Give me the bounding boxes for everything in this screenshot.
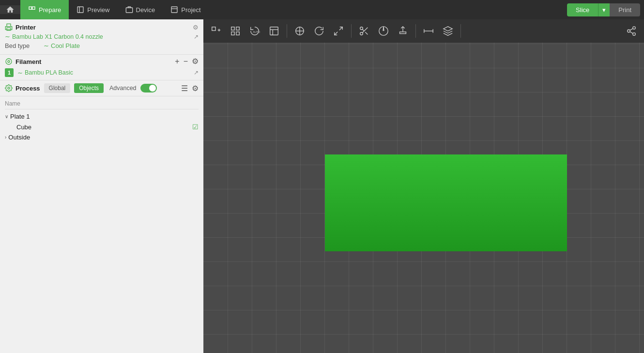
printer-section: Printer ⚙ ∼ Bambu Lab X1 Carbon 0.4 nozz… <box>0 19 203 55</box>
toolbar-separator-1 <box>287 24 287 38</box>
cut-button[interactable] <box>355 22 373 40</box>
process-header: Process Global Objects Advanced ☰ ⚙ <box>5 83 199 93</box>
bed-type-name: Cool Plate <box>51 42 80 49</box>
list-item-plate1[interactable]: ∨ Plate 1 <box>5 111 199 122</box>
process-section: Process Global Objects Advanced ☰ ⚙ <box>0 80 203 96</box>
print-button[interactable]: Print <box>610 3 640 16</box>
measure-button[interactable] <box>420 22 437 40</box>
filament-add-button[interactable]: + <box>175 58 179 65</box>
printer-name-row: ∼ Bambu Lab X1 Carbon 0.4 nozzle ↗ <box>5 31 199 41</box>
3d-viewport[interactable]: AUTO <box>203 19 644 353</box>
nav-device-label: Device <box>136 6 155 14</box>
process-settings-icon[interactable]: ⚙ <box>192 84 199 93</box>
nav-preview-label: Preview <box>87 6 109 14</box>
svg-marker-41 <box>444 26 452 31</box>
filament-external-link-icon[interactable]: ↗ <box>194 69 199 76</box>
slice-area: Slice ▾ Print <box>567 3 644 16</box>
add-object-button[interactable] <box>207 22 225 40</box>
scale-icon <box>333 26 344 36</box>
scale-button[interactable] <box>330 22 347 40</box>
svg-rect-2 <box>77 7 83 13</box>
process-right-icons: ☰ ⚙ <box>181 84 199 93</box>
top-navigation: Prepare Preview Device Project Slice ▾ P… <box>0 0 644 19</box>
auto-orient-icon: AUTO <box>249 26 260 36</box>
object-list: Name ∨ Plate 1 Cube ☑ › Outside <box>0 96 203 353</box>
process-tab-objects[interactable]: Objects <box>74 83 104 93</box>
printer-label: Printer <box>15 24 36 31</box>
svg-point-11 <box>8 87 10 89</box>
support-button[interactable] <box>394 22 412 40</box>
filament-section-header: Filament + − ⚙ <box>5 58 199 65</box>
plate1-chevron-icon: ∨ <box>5 114 8 119</box>
toolbar-separator-4 <box>460 24 461 38</box>
filament-controls: + − ⚙ <box>175 58 199 65</box>
slice-dropdown-button[interactable]: ▾ <box>598 3 610 16</box>
home-button[interactable] <box>0 5 20 14</box>
filament-remove-button[interactable]: − <box>184 58 188 65</box>
nav-prepare-label: Prepare <box>39 6 61 14</box>
add-object-icon <box>211 26 221 36</box>
svg-rect-20 <box>270 27 278 35</box>
process-section-title: Process <box>5 84 40 92</box>
printer-external-link-icon[interactable]: ↗ <box>194 33 199 40</box>
svg-point-44 <box>633 32 636 35</box>
printer-section-header: Printer ⚙ <box>5 23 199 31</box>
project-icon <box>170 6 178 14</box>
share-icon <box>626 26 637 36</box>
nav-device[interactable]: Device <box>118 0 163 19</box>
toolbar-separator-3 <box>415 24 416 38</box>
bed-type-label: Bed type <box>5 42 44 49</box>
toolbar-separator-2 <box>351 24 352 38</box>
advanced-toggle[interactable] <box>140 84 157 92</box>
bed-type-row: Bed type ∼ Cool Plate <box>5 41 199 50</box>
svg-point-10 <box>8 61 10 62</box>
list-item-cube[interactable]: Cube ☑ <box>5 122 199 132</box>
nav-prepare[interactable]: Prepare <box>20 0 69 19</box>
orient-icon <box>294 26 305 36</box>
grid-view-button[interactable] <box>227 22 244 40</box>
layer-icon <box>443 26 453 36</box>
layout-icon <box>269 26 279 36</box>
printer-settings-icon[interactable]: ⚙ <box>193 24 199 31</box>
layer-button[interactable] <box>439 22 457 40</box>
slice-button[interactable]: Slice <box>567 3 598 16</box>
cube-checkbox-icon[interactable]: ☑ <box>192 123 199 131</box>
grid-view-icon <box>230 26 241 36</box>
bed-type-value[interactable]: ∼ Cool Plate <box>44 42 80 49</box>
process-icon <box>5 84 13 92</box>
preview-icon <box>77 6 84 14</box>
process-tab-global[interactable]: Global <box>44 83 71 93</box>
toggle-slider <box>140 84 157 92</box>
nav-project[interactable]: Project <box>163 0 208 19</box>
svg-point-43 <box>628 30 630 32</box>
layout-button[interactable] <box>265 22 283 40</box>
cube-3d[interactable] <box>325 154 567 251</box>
filament-name-text: Bambu PLA Basic <box>25 69 73 76</box>
rotate-button[interactable] <box>310 22 328 40</box>
svg-line-45 <box>630 31 633 33</box>
svg-rect-4 <box>126 8 132 13</box>
nav-preview[interactable]: Preview <box>69 0 117 19</box>
measure-icon <box>423 26 434 36</box>
orient-button[interactable] <box>291 22 308 40</box>
prepare-icon <box>28 6 36 14</box>
paint-icon <box>378 26 389 36</box>
svg-point-28 <box>360 27 363 30</box>
list-item-outside[interactable]: › Outside <box>5 132 199 142</box>
cut-icon <box>359 26 369 36</box>
nav-project-label: Project <box>181 6 200 14</box>
outside-chevron-icon: › <box>5 135 6 140</box>
printer-chevron-icon: ∼ <box>5 33 10 40</box>
process-list-icon[interactable]: ☰ <box>181 84 188 93</box>
share-button[interactable] <box>623 22 640 40</box>
filament-section-title: Filament <box>5 58 41 65</box>
svg-rect-15 <box>231 27 234 30</box>
printer-name-value: Bambu Lab X1 Carbon 0.4 nozzle <box>12 33 103 40</box>
filament-name: ∼ Bambu PLA Basic <box>17 69 194 77</box>
auto-orient-button[interactable]: AUTO <box>246 22 263 40</box>
svg-rect-34 <box>400 31 406 33</box>
filament-icon <box>5 58 13 65</box>
name-column-header: Name <box>5 100 20 107</box>
filament-settings-button[interactable]: ⚙ <box>192 58 199 65</box>
paint-button[interactable] <box>375 22 392 40</box>
